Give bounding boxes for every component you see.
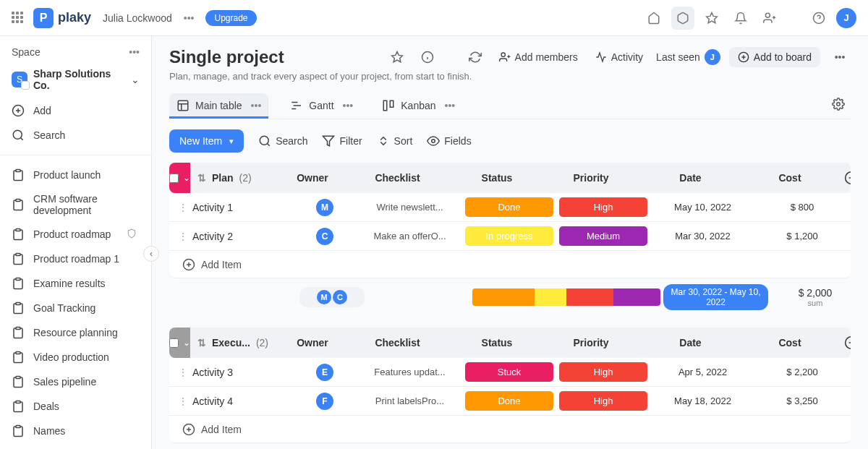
row-cost[interactable]: $ 2,200 [755, 367, 849, 377]
tab-gantt[interactable]: Gantt ••• [283, 93, 360, 118]
last-seen[interactable]: Last seen J [656, 49, 720, 65]
group-name[interactable]: Plan [212, 172, 234, 184]
project-menu-dots[interactable]: ••• [829, 46, 851, 68]
row-status[interactable]: In progress [462, 226, 556, 246]
tab-gantt-dots[interactable]: ••• [343, 100, 354, 111]
user-menu-dots[interactable]: ••• [181, 9, 197, 27]
sidebar-item[interactable]: CRM software development [0, 187, 148, 222]
row-cost[interactable]: $ 1,200 [755, 231, 849, 241]
row-name[interactable]: Activity 1 [188, 202, 292, 213]
column-owner[interactable]: Owner [280, 337, 345, 348]
sidebar-item[interactable]: Deals [0, 394, 148, 419]
upgrade-button[interactable]: Upgrade [205, 10, 256, 26]
sidebar-item[interactable]: Names [0, 419, 148, 443]
add-to-board-button[interactable]: Add to board [729, 47, 820, 67]
row-name[interactable]: Activity 4 [188, 395, 292, 407]
help-icon[interactable] [807, 7, 830, 30]
row-owner[interactable]: M [292, 199, 357, 216]
sidebar-item[interactable]: Product launch [0, 163, 148, 187]
logo[interactable]: P plaky [33, 8, 91, 28]
row-name[interactable]: Activity 3 [188, 367, 292, 378]
column-priority[interactable]: Priority [544, 172, 638, 184]
space-selector[interactable]: S Sharp Solutions Co. ⌄ [0, 64, 151, 98]
group-select-checkbox[interactable] [169, 174, 179, 183]
row-owner[interactable]: F [292, 393, 357, 410]
sidebar-item[interactable]: Product roadmap 1 [0, 247, 148, 271]
collapse-sidebar-button[interactable]: ‹ [143, 246, 159, 262]
add-column-button[interactable] [837, 171, 851, 185]
column-checklist[interactable]: Checklist [345, 172, 450, 184]
sidebar-item[interactable]: Sales pipeline [0, 369, 148, 394]
star-icon[interactable] [700, 7, 723, 30]
row-name[interactable]: Activity 2 [188, 231, 292, 242]
sort-icon[interactable]: ⇅ [197, 172, 206, 184]
apps-grid-icon[interactable] [12, 12, 25, 25]
refresh-icon[interactable] [464, 46, 486, 68]
row-owner[interactable]: E [292, 364, 357, 381]
summary-menu-icon[interactable]: ⋮ [862, 291, 868, 303]
row-status[interactable]: Done [462, 391, 556, 411]
summary-owners[interactable]: MC [299, 287, 365, 307]
row-cost[interactable]: $ 3,250 [755, 395, 849, 406]
bell-icon[interactable] [729, 7, 752, 30]
row-status[interactable]: Stuck [462, 362, 556, 382]
star-outline-icon[interactable] [386, 46, 408, 68]
sidebar-search[interactable]: Search [0, 123, 151, 147]
group-accent[interactable]: ⌄ [169, 163, 190, 193]
sidebar-item[interactable]: Examine results [0, 271, 148, 296]
add-members-button[interactable]: Add members [495, 48, 582, 66]
sidebar-add[interactable]: Add [0, 98, 151, 123]
user-avatar[interactable]: J [836, 8, 856, 28]
row-checklist[interactable]: Print labelsPro... [357, 395, 462, 406]
row-priority[interactable]: High [556, 197, 650, 217]
column-checklist[interactable]: Checklist [345, 337, 450, 348]
cube-icon[interactable] [671, 7, 694, 30]
row-owner[interactable]: C [292, 228, 357, 245]
group-accent[interactable]: ⌄ [169, 328, 190, 358]
row-priority[interactable]: High [556, 362, 650, 382]
drag-handle-icon[interactable]: ⋮ [178, 231, 188, 242]
drag-handle-icon[interactable]: ⋮ [178, 202, 188, 213]
sidebar-item[interactable]: Resource planning [0, 320, 148, 345]
column-status[interactable]: Status [450, 337, 544, 348]
column-date[interactable]: Date [638, 337, 743, 348]
row-date[interactable]: Apr 5, 2022 [650, 367, 755, 377]
add-item-row[interactable]: Add Item [169, 251, 851, 278]
search-tool[interactable]: Search [258, 134, 307, 147]
row-date[interactable]: May 10, 2022 [650, 202, 755, 213]
home-icon[interactable] [642, 7, 665, 30]
table-row[interactable]: ⋮ Activity 1 M Write newslett... Done Hi… [169, 193, 851, 222]
column-status[interactable]: Status [450, 172, 544, 184]
add-column-button[interactable] [837, 335, 851, 350]
row-date[interactable]: Mar 30, 2022 [650, 231, 755, 241]
sidebar-item[interactable]: Product roadmap [0, 222, 148, 247]
column-cost[interactable]: Cost [743, 172, 837, 184]
new-item-button[interactable]: New Item ▾ [169, 129, 244, 153]
tab-main-dots[interactable]: ••• [251, 100, 262, 111]
gear-icon[interactable] [826, 92, 851, 119]
column-cost[interactable]: Cost [743, 337, 837, 348]
table-row[interactable]: ⋮ Activity 2 C Make an offerO... In prog… [169, 222, 851, 251]
sidebar-item[interactable]: Goal Tracking [0, 296, 148, 320]
group-collapse-icon[interactable]: ⌄ [183, 338, 190, 348]
row-priority[interactable]: Medium [556, 226, 650, 246]
column-owner[interactable]: Owner [280, 172, 345, 184]
group-collapse-icon[interactable]: ⌄ [183, 173, 190, 183]
fields-tool[interactable]: Fields [427, 134, 471, 147]
row-status[interactable]: Done [462, 197, 556, 217]
group-select-checkbox[interactable] [169, 338, 179, 348]
info-icon[interactable] [417, 46, 438, 68]
column-priority[interactable]: Priority [544, 337, 638, 348]
drag-handle-icon[interactable]: ⋮ [178, 367, 188, 378]
column-date[interactable]: Date [638, 172, 743, 184]
sort-icon[interactable]: ⇅ [197, 337, 206, 348]
row-date[interactable]: May 18, 2022 [650, 395, 755, 406]
drag-handle-icon[interactable]: ⋮ [178, 395, 188, 407]
row-checklist[interactable]: Make an offerO... [357, 231, 462, 241]
add-user-icon[interactable] [758, 7, 781, 30]
space-menu-dots[interactable]: ••• [129, 46, 140, 58]
row-checklist[interactable]: Write newslett... [357, 202, 462, 213]
sidebar-item[interactable]: Video production [0, 345, 148, 369]
group-name[interactable]: Execu... [212, 337, 250, 348]
add-item-row[interactable]: Add Item [169, 416, 851, 443]
